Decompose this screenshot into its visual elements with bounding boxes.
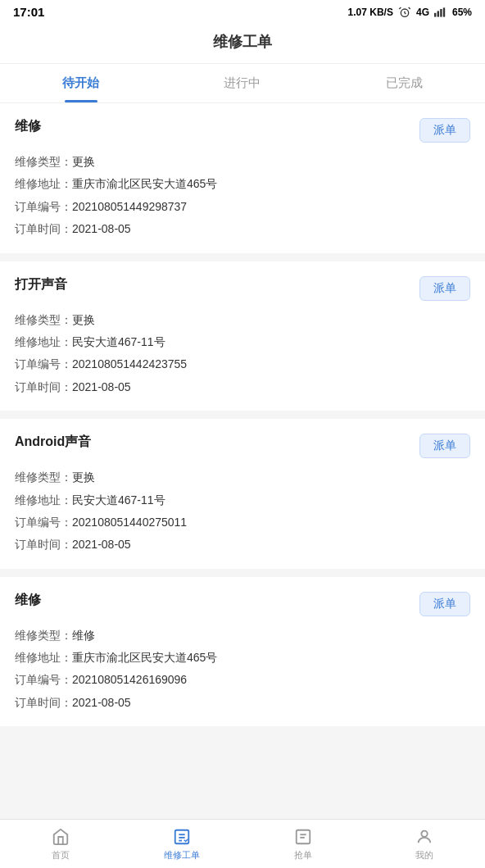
work-order-card: Android声音派单维修类型：更换维修地址：民安大道467-11号订单编号：2… — [0, 419, 485, 569]
work-order-card: 维修派单维修类型：更换维修地址：重庆市渝北区民安大道465号订单编号：20210… — [0, 103, 485, 253]
tab-inprogress[interactable]: 进行中 — [161, 64, 323, 102]
nav-repair[interactable]: 维修工单 — [121, 820, 242, 868]
field-value: 更换 — [72, 470, 95, 484]
field-label: 维修地址： — [15, 335, 72, 348]
field-value: 民安大道467-11号 — [72, 493, 165, 507]
field-label: 订单编号： — [15, 357, 72, 370]
field-value: 202108051440275011 — [72, 516, 187, 529]
info-row: 维修类型：更换 — [15, 152, 470, 170]
page-header: 维修工单 — [0, 24, 485, 64]
nav-grab[interactable]: 抢单 — [242, 820, 364, 868]
svg-rect-4 — [443, 7, 445, 16]
field-label: 维修地址： — [15, 177, 72, 190]
grab-icon — [293, 827, 313, 847]
user-icon — [415, 827, 434, 847]
field-label: 维修类型： — [15, 313, 72, 326]
nav-home-label: 首页 — [52, 849, 70, 861]
field-label: 维修类型： — [15, 629, 72, 642]
status-time: 17:01 — [13, 5, 44, 19]
field-value: 重庆市渝北区民安大道465号 — [72, 651, 217, 664]
field-label: 订单时间： — [15, 538, 72, 551]
info-row: 订单时间：2021-08-05 — [15, 220, 470, 238]
field-label: 订单编号： — [15, 673, 72, 686]
nav-home[interactable]: 首页 — [0, 820, 121, 868]
info-row: 订单编号：20210805144929873​7 — [15, 198, 470, 216]
field-value: 更换 — [72, 155, 95, 168]
nav-mine[interactable]: 我的 — [364, 820, 485, 868]
field-value: 维修 — [72, 629, 95, 642]
field-label: 维修地址： — [15, 651, 72, 664]
field-value: 202108051442423755 — [72, 357, 187, 370]
field-value: 2021-08-05 — [72, 538, 131, 551]
info-row: 订单时间：2021-08-05 — [15, 378, 470, 396]
work-order-card: 打开声音派单维修类型：更换维修地址：民安大道467-11号订单编号：202108… — [0, 261, 485, 411]
info-row: 订单编号：202108051440275011 — [15, 513, 470, 531]
field-value: 20210805144929873​7 — [72, 200, 187, 213]
field-value: 202108051426169096 — [72, 673, 187, 686]
content-area: 维修派单维修类型：更换维修地址：重庆市渝北区民安大道465号订单编号：20210… — [0, 103, 485, 726]
field-value: 2021-08-05 — [72, 696, 131, 709]
page-title: 维修工单 — [213, 34, 272, 50]
card-title: 维修 — [15, 592, 41, 609]
nav-grab-label: 抢单 — [294, 849, 312, 861]
dispatch-button[interactable]: 派单 — [419, 592, 470, 616]
network-speed: 1.07 KB/S — [348, 7, 393, 18]
info-row: 订单编号：202108051442423755 — [15, 355, 470, 373]
field-label: 订单时间： — [15, 222, 72, 235]
tab-pending[interactable]: 待开始 — [0, 64, 161, 102]
field-label: 订单时间： — [15, 380, 72, 393]
info-row: 维修类型：更换 — [15, 311, 470, 329]
signal-text: 4G — [416, 7, 429, 18]
dispatch-button[interactable]: 派单 — [419, 118, 470, 143]
field-value: 2021-08-05 — [72, 380, 131, 393]
info-row: 维修地址：重庆市渝北区民安大道465号 — [15, 175, 470, 193]
svg-point-12 — [421, 830, 427, 836]
field-label: 维修类型： — [15, 470, 72, 484]
field-value: 重庆市渝北区民安大道465号 — [72, 177, 217, 190]
tab-completed[interactable]: 已完成 — [324, 64, 485, 102]
alarm-icon — [398, 6, 411, 19]
field-value: 民安大道467-11号 — [72, 335, 165, 348]
field-value: 更换 — [72, 313, 95, 326]
work-order-card: 维修派单维修类型：维修维修地址：重庆市渝北区民安大道465号订单编号：20210… — [0, 577, 485, 727]
svg-rect-2 — [437, 11, 439, 16]
info-row: 维修类型：更换 — [15, 468, 470, 486]
field-label: 订单时间： — [15, 696, 72, 709]
svg-rect-3 — [440, 9, 442, 17]
nav-mine-label: 我的 — [415, 849, 433, 861]
info-row: 维修地址：民安大道467-11号 — [15, 491, 470, 509]
info-row: 维修地址：重庆市渝北区民安大道465号 — [15, 648, 470, 666]
card-title: 维修 — [15, 118, 41, 135]
dispatch-button[interactable]: 派单 — [419, 434, 470, 458]
battery-level: 65% — [452, 7, 472, 18]
field-label: 订单编号： — [15, 200, 72, 213]
dispatch-button[interactable]: 派单 — [419, 276, 470, 301]
info-row: 订单时间：2021-08-05 — [15, 535, 470, 553]
info-row: 维修地址：民安大道467-11号 — [15, 333, 470, 351]
card-title: 打开声音 — [15, 276, 67, 293]
svg-rect-1 — [434, 12, 436, 16]
bottom-nav: 首页 维修工单 抢单 — [0, 819, 485, 868]
tab-bar: 待开始 进行中 已完成 — [0, 64, 485, 103]
repair-icon — [172, 827, 192, 847]
status-right: 1.07 KB/S 4G 65% — [348, 6, 472, 19]
info-row: 订单时间：2021-08-05 — [15, 693, 470, 711]
signal-icon — [434, 7, 447, 17]
nav-repair-label: 维修工单 — [164, 849, 200, 861]
status-bar: 17:01 1.07 KB/S 4G 65% — [0, 0, 485, 24]
field-label: 维修地址： — [15, 493, 72, 507]
info-row: 维修类型：维修 — [15, 626, 470, 644]
home-icon — [51, 827, 70, 847]
info-row: 订单编号：202108051426169096 — [15, 670, 470, 688]
card-title: Android声音 — [15, 434, 91, 451]
field-label: 订单编号： — [15, 516, 72, 529]
field-value: 2021-08-05 — [72, 222, 131, 235]
field-label: 维修类型： — [15, 155, 72, 168]
